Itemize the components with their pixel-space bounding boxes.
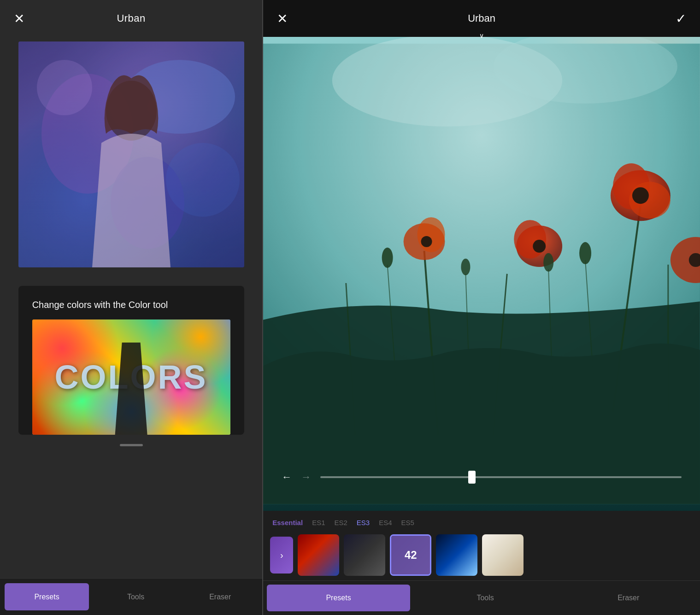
- svg-rect-37: [263, 44, 700, 504]
- presets-grid: › 42: [263, 534, 700, 576]
- presets-panel: Essential ES1 ES2 ES3 ES4 ES5 › 42: [263, 511, 700, 580]
- right-photo-svg: [263, 37, 700, 511]
- preset-es5-image: [482, 534, 524, 576]
- right-bottom-tabs: Presets Tools Eraser: [263, 580, 700, 615]
- preset-es2-thumb[interactable]: [344, 534, 385, 576]
- left-header: ✕ Urban: [0, 0, 262, 37]
- tab-es3[interactable]: ES3: [357, 518, 370, 527]
- arrow-icon: ›: [280, 550, 283, 561]
- svg-point-7: [37, 60, 92, 115]
- preset-es4-thumb[interactable]: [436, 534, 477, 576]
- left-photo-container: [18, 41, 244, 267]
- preset-es2-image: [344, 534, 385, 576]
- info-card-title: Change colors with the Color tool: [32, 300, 230, 310]
- preset-es1-thumb[interactable]: [298, 534, 339, 576]
- right-tools-tab[interactable]: Tools: [414, 581, 557, 615]
- color-preview-image: COLORS: [32, 319, 230, 435]
- left-tools-tab[interactable]: Tools: [94, 579, 178, 615]
- left-title: Urban: [117, 12, 145, 24]
- slider-area: ← →: [263, 471, 700, 483]
- left-panel: ✕ Urban: [0, 0, 262, 615]
- preset-es3-value: 42: [391, 536, 430, 574]
- scroll-indicator: [120, 444, 143, 446]
- redo-button[interactable]: →: [301, 471, 311, 483]
- chevron-down-icon[interactable]: ∨: [479, 32, 484, 39]
- right-panel: ✕ Urban ∨ ✓: [263, 0, 700, 615]
- presets-next-arrow[interactable]: ›: [270, 537, 293, 574]
- left-info-card: Change colors with the Color tool COLORS: [18, 286, 244, 435]
- right-photo: [263, 37, 700, 511]
- right-photo-area[interactable]: ← →: [263, 37, 700, 511]
- slider-thumb[interactable]: [468, 471, 476, 484]
- tab-es2[interactable]: ES2: [334, 518, 347, 527]
- left-close-button[interactable]: ✕: [14, 11, 24, 26]
- presets-tab-bar: Essential ES1 ES2 ES3 ES4 ES5: [263, 518, 700, 527]
- undo-button[interactable]: ←: [282, 471, 292, 483]
- right-header: ✕ Urban ∨ ✓: [263, 0, 700, 37]
- tab-essential[interactable]: Essential: [272, 518, 303, 527]
- tab-es4[interactable]: ES4: [379, 518, 392, 527]
- preset-es1-image: [298, 534, 339, 576]
- svg-point-8: [166, 143, 240, 217]
- right-title-group: Urban ∨: [468, 12, 495, 24]
- right-presets-tab[interactable]: Presets: [267, 585, 410, 611]
- left-bottom-tabs: Presets Tools Eraser: [0, 578, 262, 615]
- tab-es1[interactable]: ES1: [312, 518, 325, 527]
- tab-es5[interactable]: ES5: [401, 518, 414, 527]
- left-photo-svg: [18, 41, 244, 267]
- confirm-button[interactable]: ✓: [676, 11, 686, 26]
- right-close-button[interactable]: ✕: [277, 11, 288, 26]
- left-presets-tab[interactable]: Presets: [5, 583, 89, 610]
- preset-es3-image: 42: [391, 536, 430, 574]
- preset-es4-image: [436, 534, 477, 576]
- right-title: Urban: [468, 12, 495, 24]
- left-eraser-tab[interactable]: Eraser: [178, 579, 262, 615]
- intensity-slider[interactable]: [320, 476, 682, 478]
- preset-es3-thumb[interactable]: 42: [390, 534, 431, 576]
- right-eraser-tab[interactable]: Eraser: [557, 581, 700, 615]
- preset-es5-thumb[interactable]: [482, 534, 524, 576]
- left-photo: [18, 41, 244, 267]
